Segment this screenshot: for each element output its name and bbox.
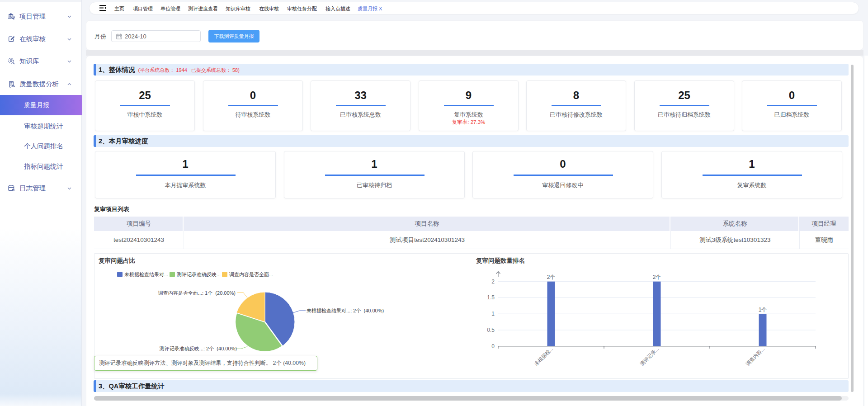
svg-text:2个: 2个	[653, 274, 661, 280]
svg-text:未根据检...: 未根据检...	[533, 346, 554, 367]
svg-text:测评记录...: 测评记录...	[639, 346, 660, 367]
svg-text:2: 2	[491, 279, 495, 285]
svg-text:0: 0	[491, 343, 495, 349]
svg-text:1.5: 1.5	[487, 294, 495, 301]
svg-text:1个: 1个	[759, 307, 767, 313]
svg-text:0.5: 0.5	[487, 327, 495, 333]
svg-text:1: 1	[491, 311, 495, 317]
svg-text:调查内容...: 调查内容...	[745, 346, 766, 367]
svg-text:2个: 2个	[547, 274, 556, 280]
